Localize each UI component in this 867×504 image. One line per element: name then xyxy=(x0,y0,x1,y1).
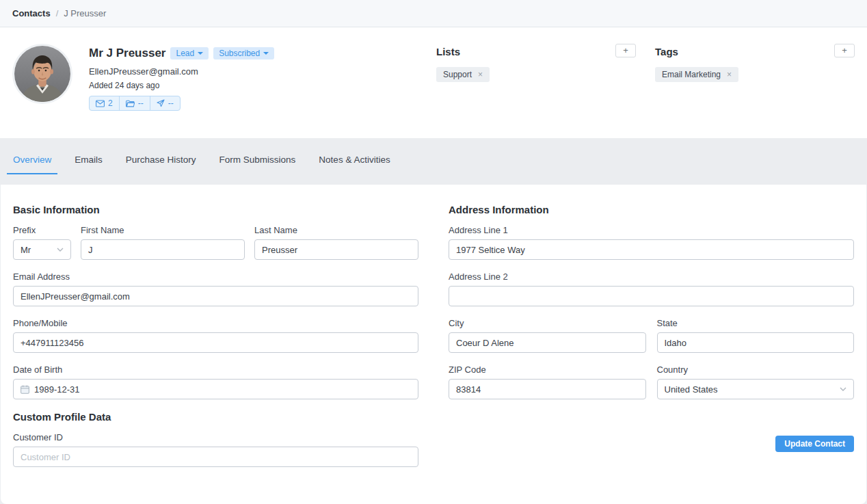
tabs: Overview Emails Purchase History Form Su… xyxy=(7,151,855,174)
envelope-icon xyxy=(96,100,105,107)
address-line2-field[interactable] xyxy=(449,286,854,306)
contact-name: Mr J Preusser xyxy=(89,47,165,60)
contact-info: Mr J Preusser Lead Subscribed EllenJPreu… xyxy=(89,44,274,111)
phone-label: Phone/Mobile xyxy=(13,318,418,328)
breadcrumb-separator: / xyxy=(56,8,59,18)
add-list-button[interactable]: + xyxy=(615,44,636,57)
address-line1-field[interactable] xyxy=(449,239,854,260)
tab-emails[interactable]: Emails xyxy=(68,151,109,174)
contact-email: EllenJPreusser@gmail.com xyxy=(89,66,274,77)
list-chip-label: Support xyxy=(443,70,472,79)
remove-tag-icon[interactable]: × xyxy=(727,70,732,79)
city-field[interactable] xyxy=(449,332,646,353)
first-name-field[interactable] xyxy=(81,239,245,260)
state-field[interactable] xyxy=(657,332,855,353)
contact-stats-group: 2 -- -- xyxy=(89,96,181,111)
send-icon xyxy=(157,99,165,107)
avatar-portrait-illustration xyxy=(14,46,70,102)
chevron-down-icon xyxy=(840,387,846,391)
add-tag-button[interactable]: + xyxy=(834,44,855,57)
basic-information-column: Basic Information Prefix Mr First Name xyxy=(13,204,418,479)
contact-summary: Mr J Preusser Lead Subscribed EllenJPreu… xyxy=(12,44,436,111)
last-name-field[interactable] xyxy=(254,239,418,260)
contact-added-date: Added 24 days ago xyxy=(89,81,274,90)
subscription-status-label: Subscribed xyxy=(219,49,260,58)
zip-code-label: ZIP Code xyxy=(449,364,646,375)
address-information-title: Address Information xyxy=(449,204,854,215)
customer-id-label: Customer ID xyxy=(13,432,418,442)
date-of-birth-value: 1989-12-31 xyxy=(34,384,80,395)
lead-status-dropdown[interactable]: Lead xyxy=(170,47,209,59)
tag-chip-label: Email Marketing xyxy=(662,70,721,79)
contact-header: Mr J Preusser Lead Subscribed EllenJPreu… xyxy=(0,27,867,138)
folders-stat-value: -- xyxy=(138,98,144,108)
prefix-select[interactable]: Mr xyxy=(13,239,71,260)
chevron-down-icon xyxy=(57,248,64,252)
calendar-icon xyxy=(21,385,29,394)
overview-panel: Basic Information Prefix Mr First Name xyxy=(1,185,866,504)
address-information-column: Address Information Address Line 1 Addre… xyxy=(449,204,854,479)
country-label: Country xyxy=(657,364,855,375)
city-label: City xyxy=(449,318,646,328)
breadcrumb-current-page: J Preusser xyxy=(64,8,106,18)
date-of-birth-field[interactable]: 1989-12-31 xyxy=(13,379,418,399)
tab-notes-activities[interactable]: Notes & Activities xyxy=(312,151,396,174)
lists-section: Lists + Support × xyxy=(436,44,636,82)
zip-code-field[interactable] xyxy=(449,379,646,399)
remove-list-icon[interactable]: × xyxy=(478,70,483,79)
first-name-label: First Name xyxy=(81,225,245,235)
phone-field[interactable] xyxy=(13,332,418,353)
tab-overview[interactable]: Overview xyxy=(7,151,57,174)
breadcrumb-contacts-link[interactable]: Contacts xyxy=(12,8,51,18)
list-chip-support: Support × xyxy=(436,67,490,82)
update-contact-button[interactable]: Update Contact xyxy=(775,436,854,452)
emails-stat-value: 2 xyxy=(108,98,113,108)
chevron-down-icon xyxy=(263,52,269,55)
tab-band: Overview Emails Purchase History Form Su… xyxy=(0,138,867,185)
tags-title: Tags xyxy=(655,44,678,57)
prefix-selected-value: Mr xyxy=(21,245,31,255)
emails-stat[interactable]: 2 xyxy=(90,96,119,110)
country-select[interactable]: United States xyxy=(657,379,855,399)
breadcrumb: Contacts / J Preusser xyxy=(0,0,867,27)
address-line1-label: Address Line 1 xyxy=(449,225,854,235)
state-label: State xyxy=(657,318,855,328)
basic-information-title: Basic Information xyxy=(13,204,418,215)
country-selected-value: United States xyxy=(665,384,718,395)
subscription-status-dropdown[interactable]: Subscribed xyxy=(213,47,274,59)
tab-form-submissions[interactable]: Form Submissions xyxy=(213,151,302,174)
prefix-label: Prefix xyxy=(13,225,71,235)
address-line2-label: Address Line 2 xyxy=(449,271,854,282)
last-name-label: Last Name xyxy=(254,225,418,235)
chevron-down-icon xyxy=(198,52,203,55)
folder-icon xyxy=(126,100,135,107)
lists-title: Lists xyxy=(436,44,460,57)
folders-stat[interactable]: -- xyxy=(119,96,150,110)
email-address-label: Email Address xyxy=(13,271,418,282)
lead-status-label: Lead xyxy=(176,49,194,58)
sends-stat[interactable]: -- xyxy=(150,96,180,110)
custom-profile-data-title: Custom Profile Data xyxy=(13,411,418,423)
email-address-field[interactable] xyxy=(13,286,418,306)
tags-section: Tags + Email Marketing × xyxy=(655,44,855,82)
date-of-birth-label: Date of Birth xyxy=(13,364,418,375)
tab-purchase-history[interactable]: Purchase History xyxy=(120,151,202,174)
customer-id-field[interactable] xyxy=(13,447,418,467)
sends-stat-value: -- xyxy=(168,98,174,108)
avatar xyxy=(12,44,72,104)
tag-chip-email-marketing: Email Marketing × xyxy=(655,67,738,82)
